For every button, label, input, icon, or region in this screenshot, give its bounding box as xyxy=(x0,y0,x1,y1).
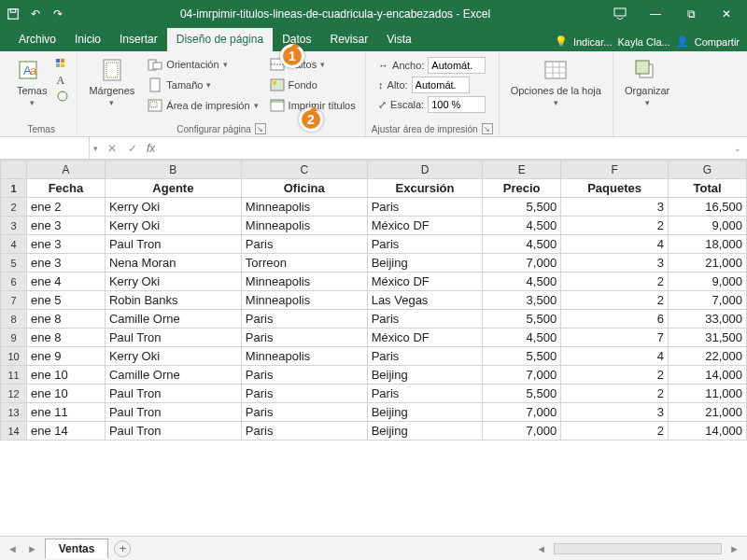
cell[interactable]: 21,000 xyxy=(669,254,747,273)
fonts-icon[interactable]: A xyxy=(56,74,71,88)
cell[interactable]: Paris xyxy=(367,385,483,403)
row-header[interactable]: 5 xyxy=(1,254,27,273)
cell[interactable]: ene 9 xyxy=(27,347,106,366)
close-icon[interactable]: ✕ xyxy=(710,3,743,25)
tab-scroll-right-icon[interactable]: ► xyxy=(25,543,39,554)
spreadsheet-grid[interactable]: ABCDEFG1FechaAgenteOficinaExcursiónPreci… xyxy=(0,160,747,536)
row-header[interactable]: 1 xyxy=(1,179,27,198)
cell[interactable]: 4,500 xyxy=(483,217,561,235)
cell[interactable]: Paul Tron xyxy=(105,235,241,254)
cell[interactable]: Robin Banks xyxy=(105,291,241,310)
header-cell[interactable]: Excursión xyxy=(367,179,483,198)
ribbon-options-icon[interactable] xyxy=(603,3,637,25)
redo-icon[interactable]: ↷ xyxy=(49,5,67,23)
cell[interactable]: 7,000 xyxy=(483,403,561,422)
cell[interactable]: Paris xyxy=(241,422,367,441)
cell[interactable]: 4,500 xyxy=(483,329,561,347)
cell[interactable]: 4 xyxy=(561,347,669,366)
cell[interactable]: Paris xyxy=(367,347,483,366)
sheet-tab-ventas[interactable]: Ventas xyxy=(45,539,109,558)
cell[interactable]: ene 10 xyxy=(27,366,106,385)
cell[interactable]: Kerry Oki xyxy=(105,198,241,217)
cell[interactable]: ene 3 xyxy=(27,254,106,273)
cell[interactable]: Kerry Oki xyxy=(105,347,241,366)
cell[interactable]: Paul Tron xyxy=(105,403,241,422)
dialog-launcher-icon[interactable]: ↘ xyxy=(255,123,266,134)
cell[interactable]: 16,500 xyxy=(669,198,747,217)
cell[interactable]: 3,500 xyxy=(483,291,561,310)
cell[interactable]: Beijing xyxy=(367,366,483,385)
cell[interactable]: 22,000 xyxy=(669,347,747,366)
cell[interactable]: 7,000 xyxy=(669,291,747,310)
cell[interactable]: ene 2 xyxy=(27,198,106,217)
cell[interactable]: Paris xyxy=(367,310,483,329)
row-header[interactable]: 11 xyxy=(1,366,27,385)
cell[interactable]: Nena Moran xyxy=(105,254,241,273)
col-header[interactable]: C xyxy=(241,161,367,179)
cell[interactable]: 2 xyxy=(561,366,669,385)
cell[interactable]: Camille Orne xyxy=(105,366,241,385)
new-sheet-button[interactable]: + xyxy=(114,540,131,557)
tab-inicio[interactable]: Inicio xyxy=(65,28,110,51)
save-icon[interactable] xyxy=(4,5,22,23)
cell[interactable]: ene 10 xyxy=(27,385,106,403)
margenes-button[interactable]: Márgenes ▾ xyxy=(83,55,140,109)
col-header[interactable]: G xyxy=(669,161,747,179)
tell-me[interactable]: Indicar... xyxy=(573,36,613,48)
col-header[interactable]: D xyxy=(367,161,483,179)
cell[interactable]: Kerry Oki xyxy=(105,273,241,291)
undo-icon[interactable]: ↶ xyxy=(26,5,45,23)
cell[interactable]: Minneapolis xyxy=(241,291,367,310)
cell[interactable]: 9,000 xyxy=(669,273,747,291)
row-header[interactable]: 4 xyxy=(1,235,27,254)
cell[interactable]: Camille Orne xyxy=(105,310,241,329)
formula-bar[interactable] xyxy=(155,137,728,159)
col-header[interactable]: F xyxy=(561,161,669,179)
cell[interactable]: Las Vegas xyxy=(367,291,483,310)
horizontal-scrollbar[interactable] xyxy=(554,543,722,554)
cell[interactable]: 5,500 xyxy=(483,347,561,366)
tab-insertar[interactable]: Insertar xyxy=(110,28,167,51)
cancel-icon[interactable]: ✕ xyxy=(102,142,122,155)
cell[interactable]: 21,000 xyxy=(669,403,747,422)
effects-icon[interactable] xyxy=(56,90,71,103)
row-header[interactable]: 10 xyxy=(1,347,27,366)
name-box[interactable] xyxy=(0,137,90,159)
cell[interactable]: ene 11 xyxy=(27,403,106,422)
row-header[interactable]: 3 xyxy=(1,217,27,235)
cell[interactable]: 4 xyxy=(561,235,669,254)
hscroll-left-icon[interactable]: ◄ xyxy=(534,543,548,554)
fondo-button[interactable]: Fondo xyxy=(266,76,359,94)
expand-formula-icon[interactable]: ⌄ xyxy=(728,144,747,153)
header-cell[interactable]: Fecha xyxy=(27,179,106,198)
cell[interactable]: 9,000 xyxy=(669,217,747,235)
colors-icon[interactable] xyxy=(56,59,71,72)
enter-icon[interactable]: ✓ xyxy=(122,142,143,155)
header-cell[interactable]: Oficina xyxy=(241,179,367,198)
cell[interactable]: Paris xyxy=(241,310,367,329)
col-header[interactable]: E xyxy=(483,161,561,179)
escala-field[interactable] xyxy=(428,96,486,113)
header-cell[interactable]: Agente xyxy=(105,179,241,198)
row-header[interactable]: 2 xyxy=(1,198,27,217)
header-cell[interactable]: Total xyxy=(669,179,747,198)
cell[interactable]: Beijing xyxy=(367,403,483,422)
cell[interactable]: 6 xyxy=(561,310,669,329)
organizar-button[interactable]: Organizar ▾ xyxy=(619,55,675,109)
opciones-hoja-button[interactable]: Opciones de la hoja ▾ xyxy=(505,55,607,109)
cell[interactable]: Paris xyxy=(367,235,483,254)
col-header[interactable]: A xyxy=(27,161,106,179)
tab-scroll-left-icon[interactable]: ◄ xyxy=(6,543,20,554)
row-header[interactable]: 13 xyxy=(1,403,27,422)
cell[interactable]: Minneapolis xyxy=(241,198,367,217)
tab-diseno-pagina[interactable]: Diseño de página xyxy=(167,28,273,51)
cell[interactable]: Paul Tron xyxy=(105,422,241,441)
cell[interactable]: 7,000 xyxy=(483,254,561,273)
col-header[interactable]: B xyxy=(105,161,241,179)
header-cell[interactable]: Paquetes xyxy=(561,179,669,198)
cell[interactable]: ene 8 xyxy=(27,329,106,347)
alto-field[interactable] xyxy=(412,77,470,93)
tab-revisar[interactable]: Revisar xyxy=(320,28,377,51)
ancho-field[interactable] xyxy=(428,57,486,74)
cell[interactable]: 2 xyxy=(561,273,669,291)
